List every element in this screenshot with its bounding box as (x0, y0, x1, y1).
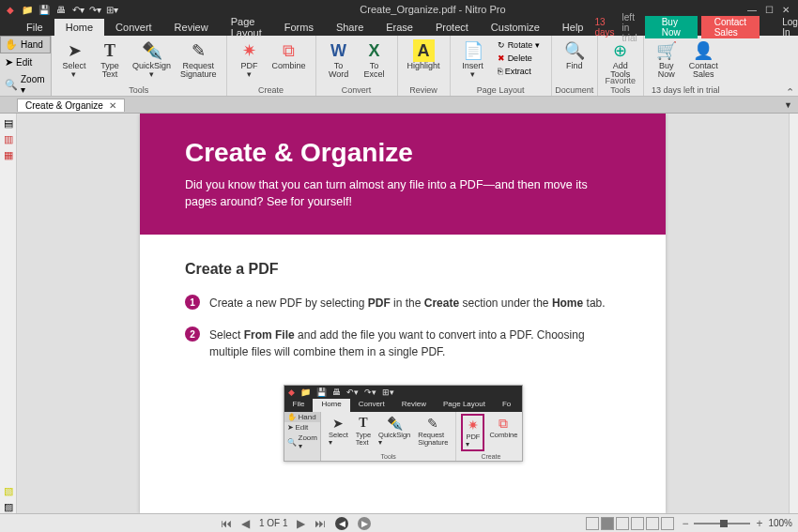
comments-panel-icon[interactable]: ▧ (4, 485, 13, 497)
mini-group-create: ✷PDF▾ ⧉Combine Create (456, 412, 525, 461)
mini-select: ➤Select▾ (326, 414, 351, 451)
mini-tab-pagelayout: Page Layout (435, 399, 494, 412)
save-icon[interactable]: 💾 (38, 3, 51, 16)
hand-label: Hand (21, 39, 43, 50)
document-viewport[interactable]: Create & Organize Did you know that you … (17, 114, 789, 513)
find-label: Find (566, 62, 583, 70)
login-button[interactable]: Log In (769, 17, 798, 38)
s2b: From File (244, 328, 295, 342)
hand-tool[interactable]: ✋Hand (0, 36, 51, 53)
request-signature-button[interactable]: ✎RequestSignature (176, 38, 221, 86)
group-pagelayout-label: Page Layout (451, 85, 551, 95)
tab-review[interactable]: Review (163, 19, 220, 36)
print-icon[interactable]: 🖶 (54, 3, 68, 16)
nav-back-button[interactable]: ◀ (335, 517, 348, 530)
mini-titlebar: ◆ 📁 💾 🖶 ↶▾ ↷▾ ⊞▾ (284, 386, 522, 399)
extract-button[interactable]: ⎘Extract (496, 66, 542, 77)
tab-share[interactable]: Share (325, 19, 375, 36)
group-tools: ➤Select▾ TTypeText ✒️QuickSign▾ ✎Request… (52, 36, 227, 96)
document-tab[interactable]: Create & Organize ✕ (17, 99, 125, 112)
tab-customize[interactable]: Customize (480, 19, 551, 36)
zoom-slider[interactable] (694, 523, 750, 524)
delete-label: Delete (508, 53, 532, 63)
mini-pdf-highlighted: ✷PDF▾ (461, 414, 484, 451)
view-fit-page[interactable] (661, 517, 674, 530)
typetext-button[interactable]: TTypeText (93, 38, 127, 86)
edit-tool[interactable]: ➤Edit (0, 53, 51, 71)
ribbon-buy-now-button[interactable]: 🛒BuyNow (650, 38, 683, 86)
view-facing[interactable] (616, 517, 629, 530)
typetext-icon: T (104, 39, 115, 62)
quicksign-button[interactable]: ✒️QuickSign▾ (129, 38, 175, 86)
select-button[interactable]: ➤Select▾ (57, 38, 91, 86)
tab-pagelayout[interactable]: Page Layout (220, 19, 273, 36)
group-tools-label: Tools (52, 85, 226, 95)
mini-tools-label: Tools (321, 453, 455, 460)
group-create: ✷PDF▾ ⧉Combine Create (227, 36, 316, 96)
pages-panel-icon[interactable]: ▤ (4, 117, 13, 129)
prev-page-button[interactable]: ◀ (241, 517, 250, 530)
mini-redo-icon: ↷▾ (364, 388, 376, 397)
maximize-button[interactable]: ☐ (760, 5, 777, 15)
page-navigation: ⏮ ◀ 1 OF 1 ▶ ⏭ ◀ ▶ (6, 517, 586, 530)
tab-forms[interactable]: Forms (273, 19, 325, 36)
insert-button[interactable]: 📄Insert▾ (456, 38, 490, 86)
zoom-slider-thumb[interactable] (720, 520, 728, 527)
view-facing-continuous[interactable] (631, 517, 644, 530)
ribbon-contact-sales-button[interactable]: 👤ContactSales (685, 38, 722, 86)
nav-forward-button[interactable]: ▶ (358, 517, 371, 530)
tab-convert[interactable]: Convert (104, 19, 163, 36)
to-word-label: ToWord (329, 62, 348, 79)
next-page-button[interactable]: ▶ (297, 517, 305, 530)
first-page-button[interactable]: ⏮ (221, 517, 232, 530)
delete-button[interactable]: ✖Delete (496, 53, 542, 64)
zoom-control: − + 100% (682, 517, 792, 530)
mini-hand-label: Hand (299, 413, 316, 421)
view-single-page[interactable] (586, 517, 599, 530)
attachments-panel-icon[interactable]: ▦ (4, 149, 13, 161)
undo-dropdown-icon[interactable]: ↶▾ (71, 3, 84, 16)
close-window-button[interactable]: ✕ (777, 5, 794, 15)
mini-leftpanel: ✋Hand ➤Edit 🔍Zoom ▾ (284, 412, 321, 461)
create-pdf-button[interactable]: ✷PDF▾ (233, 38, 267, 86)
mini-logo-icon: ◆ (288, 388, 295, 397)
zoom-tool[interactable]: 🔍Zoom ▾ (0, 71, 51, 98)
last-page-button[interactable]: ⏭ (315, 517, 326, 530)
vertical-scrollbar[interactable] (789, 114, 798, 513)
more-dropdown-icon[interactable]: ⊞▾ (105, 3, 118, 16)
s1a: Create a new PDF by selecting (209, 296, 368, 310)
pdf-icon: ✷ (242, 39, 256, 62)
to-excel-button[interactable]: XToExcel (358, 38, 391, 86)
tab-dropdown-button[interactable]: ▼ (784, 100, 792, 110)
view-continuous[interactable] (601, 517, 614, 530)
redo-dropdown-icon[interactable]: ↷▾ (88, 3, 101, 16)
tab-protect[interactable]: Protect (424, 19, 480, 36)
pdf-page: Create & Organize Did you know that you … (140, 114, 666, 513)
to-word-button[interactable]: WToWord (322, 38, 356, 86)
statusbar: ⏮ ◀ 1 OF 1 ▶ ⏭ ◀ ▶ − + 100% (0, 513, 798, 532)
extract-label: Extract (505, 67, 531, 76)
mini-zoom: 🔍Zoom ▾ (284, 433, 320, 451)
tab-erase[interactable]: Erase (375, 19, 424, 36)
mini-reqsig: ✎RequestSignature (415, 414, 451, 451)
ribbon-collapse-button[interactable]: ⌃ (786, 86, 794, 99)
open-icon[interactable]: 📁 (21, 3, 34, 16)
zoom-icon: 🔍 (5, 79, 18, 91)
search-panel-icon[interactable]: ▨ (4, 501, 13, 513)
zoom-in-button[interactable]: + (756, 517, 762, 530)
rotate-button[interactable]: ↻Rotate ▾ (496, 39, 542, 51)
group-trial: 🛒BuyNow 👤ContactSales 13 days left in tr… (644, 36, 728, 96)
tab-help[interactable]: Help (551, 19, 595, 36)
to-excel-label: ToExcel (364, 62, 385, 79)
group-favorite-label: Favorite Tools (598, 76, 643, 95)
highlight-button[interactable]: AHighlight (404, 38, 444, 86)
tab-home[interactable]: Home (54, 19, 104, 36)
document-tab-close[interactable]: ✕ (109, 100, 116, 111)
zoom-out-button[interactable]: − (682, 517, 688, 530)
combine-button[interactable]: ⧉Combine (269, 38, 310, 86)
view-fit-width[interactable] (646, 517, 659, 530)
bookmarks-panel-icon[interactable]: ▥ (4, 133, 13, 145)
find-button[interactable]: 🔍Find (558, 38, 591, 86)
minimize-button[interactable]: — (744, 5, 760, 15)
tab-file[interactable]: File (15, 19, 54, 36)
